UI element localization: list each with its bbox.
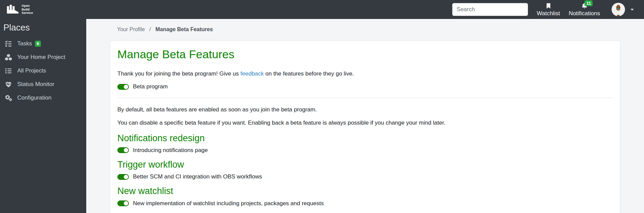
- page-title: Manage Beta Features: [117, 47, 613, 61]
- sidebar-item-label: Tasks: [17, 40, 32, 47]
- tasks-icon: [4, 40, 13, 47]
- sidebar-item-label: All Projects: [17, 67, 46, 74]
- breadcrumb: Your Profile / Manage Beta Features: [110, 26, 620, 33]
- user-menu[interactable]: [612, 3, 634, 16]
- notifications-label: Notifications: [569, 10, 600, 17]
- trigger-workflow-toggle[interactable]: [117, 174, 129, 180]
- beta-disable-paragraph: You can disable a specific beta feature …: [117, 119, 613, 126]
- feature-title-new-watchlist: New watchlist: [117, 186, 613, 196]
- configuration-gears-icon: [4, 94, 13, 102]
- feature-toggle-label: Better SCM and CI integration with OBS w…: [133, 173, 262, 180]
- intro-text-after: on the features before they go live.: [264, 70, 354, 77]
- feature-row: New implementation of watchlist includin…: [117, 200, 613, 207]
- bell-icon: 11: [581, 2, 588, 9]
- new-watchlist-toggle[interactable]: [117, 200, 129, 206]
- sidebar-item-status-monitor[interactable]: Status Monitor: [0, 78, 86, 91]
- sidebar-item-configuration[interactable]: Configuration: [0, 91, 86, 105]
- beta-default-paragraph: By default, all beta features are enable…: [117, 106, 613, 113]
- feature-title-trigger-workflow: Trigger workflow: [117, 159, 613, 170]
- beta-features-card: Manage Beta Features Thank you for joini…: [110, 40, 620, 213]
- search-input[interactable]: [452, 3, 528, 16]
- obs-logo[interactable]: Open Build Service: [5, 4, 33, 16]
- feature-title-notifications-redesign: Notifications redesign: [117, 133, 613, 144]
- intro-text-before: Thank you for joining the beta program! …: [117, 70, 240, 77]
- beta-program-toggle-label: Beta program: [133, 83, 168, 90]
- avatar: [612, 3, 625, 16]
- divider: [117, 98, 613, 98]
- main-content: Your Profile / Manage Beta Features Mana…: [86, 19, 644, 213]
- obs-logo-text: Open Build Service: [22, 4, 33, 15]
- all-projects-list-icon: [4, 67, 13, 74]
- notifications-nav-item[interactable]: 11 Notifications: [569, 2, 600, 17]
- sidebar-item-all-projects[interactable]: All Projects: [0, 64, 86, 78]
- home-project-cubes-icon: [4, 54, 13, 61]
- feature-toggle-label: Introducing notifications page: [133, 147, 208, 154]
- feature-row: Better SCM and CI integration with OBS w…: [117, 173, 613, 180]
- notifications-count-badge: 11: [584, 0, 593, 6]
- sidebar-item-your-home-project[interactable]: Your Home Project: [0, 50, 86, 64]
- feature-row: Introducing notifications page: [117, 147, 613, 154]
- beta-program-row: Beta program: [117, 83, 613, 90]
- obs-factory-logo-icon: [5, 4, 20, 16]
- breadcrumb-separator: /: [150, 26, 151, 32]
- breadcrumb-your-profile[interactable]: Your Profile: [117, 26, 145, 32]
- sidebar-item-label: Your Home Project: [17, 54, 65, 61]
- watchlist-label: Watchlist: [537, 10, 560, 17]
- bookmark-icon: [545, 2, 552, 9]
- status-monitor-heart-icon: [4, 81, 13, 88]
- sidebar-item-tasks[interactable]: Tasks 6: [0, 37, 86, 50]
- watchlist-nav-item[interactable]: Watchlist: [537, 2, 560, 17]
- chevron-down-icon: [630, 9, 634, 10]
- notifications-redesign-toggle[interactable]: [117, 147, 129, 153]
- feature-toggle-label: New implementation of watchlist includin…: [133, 200, 324, 207]
- intro-text: Thank you for joining the beta program! …: [117, 70, 613, 77]
- tasks-count-badge: 6: [35, 41, 41, 47]
- sidebar-item-label: Status Monitor: [17, 81, 54, 88]
- beta-program-toggle[interactable]: [117, 84, 129, 90]
- top-navbar: Open Build Service Watchlist 11 Notif: [0, 0, 644, 19]
- feedback-link[interactable]: feedback: [240, 70, 264, 77]
- sidebar-heading: Places: [3, 22, 86, 33]
- sidebar-item-label: Configuration: [17, 94, 51, 101]
- breadcrumb-current: Manage Beta Features: [155, 26, 213, 32]
- sidebar: Places Tasks 6 Your Home Project: [0, 0, 86, 213]
